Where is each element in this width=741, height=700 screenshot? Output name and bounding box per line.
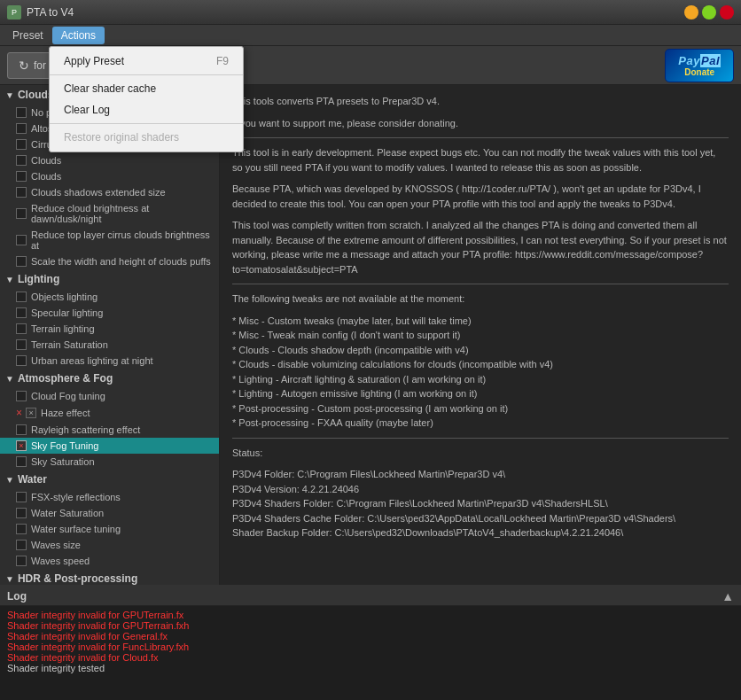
item-waves-speed-checkbox[interactable] xyxy=(16,556,27,566)
item-clouds-shadows[interactable]: Clouds shadows extended size xyxy=(0,184,219,200)
item-clouds2[interactable]: Clouds xyxy=(0,168,219,184)
item-clouds1[interactable]: Clouds xyxy=(0,152,219,168)
item-waves-size[interactable]: Waves size xyxy=(0,537,219,553)
clouds-arrow: ▼ xyxy=(5,90,14,100)
item-objects-lighting-checkbox[interactable] xyxy=(16,292,27,302)
category-water[interactable]: ▼ Water xyxy=(0,470,219,489)
item-sky-saturation-label: Sky Saturation xyxy=(31,456,95,467)
lighting-arrow: ▼ xyxy=(5,275,14,284)
item-fsx-reflections[interactable]: FSX-style reflections xyxy=(0,489,219,505)
status-item-1: P3Dv4 Version: 4.2.21.24046 xyxy=(232,482,729,497)
water-label: Water xyxy=(18,473,47,486)
category-lighting[interactable]: ▼ Lighting xyxy=(0,269,219,289)
item-clouds-shadows-label: Clouds shadows extended size xyxy=(31,187,166,198)
log-message-5: Shader integrity tested xyxy=(7,663,734,673)
refresh-icon: ↻ xyxy=(19,58,29,73)
item-specular[interactable]: Specular lighting xyxy=(0,305,219,321)
dropdown-item-restore-shaders[interactable]: Restore original shaders xyxy=(50,127,243,148)
item-cloud-fog-checkbox[interactable] xyxy=(16,391,27,401)
item-terrain-lighting[interactable]: Terrain lighting xyxy=(0,321,219,337)
lighting-label: Lighting xyxy=(18,273,59,285)
item-reduce-dawn[interactable]: Reduce cloud brightness at dawn/dusk/nig… xyxy=(0,200,219,227)
item-objects-lighting-label: Objects lighting xyxy=(31,292,98,302)
app-icon: P xyxy=(7,5,21,19)
item-terrain-saturation-checkbox[interactable] xyxy=(16,339,27,350)
item-sky-fog[interactable]: × Sky Fog Tuning xyxy=(0,438,219,454)
item-reduce-dawn-label: Reduce cloud brightness at dawn/dusk/nig… xyxy=(31,203,214,224)
atmosphere-arrow: ▼ xyxy=(5,374,14,384)
unavailable-item-5: * Lighting - Autogen emissive lighting (… xyxy=(232,386,729,401)
item-clouds1-checkbox[interactable] xyxy=(16,155,27,166)
item-objects-lighting[interactable]: Objects lighting xyxy=(0,289,219,305)
dropdown-item-apply-preset[interactable]: Apply Preset F9 xyxy=(50,51,243,72)
item-water-saturation-checkbox[interactable] xyxy=(16,508,27,518)
log-header: Log ▲ xyxy=(0,587,741,606)
item-cloud-fog[interactable]: Cloud Fog tuning xyxy=(0,388,219,404)
separator-2 xyxy=(232,284,729,284)
dropdown-item-clear-cache[interactable]: Clear shader cache xyxy=(50,78,243,99)
item-haze[interactable]: × Haze effect xyxy=(0,404,219,422)
category-atmosphere[interactable]: ▼ Atmosphere & Fog xyxy=(0,369,219,388)
item-fsx-reflections-checkbox[interactable] xyxy=(16,492,27,502)
item-clouds2-checkbox[interactable] xyxy=(16,171,27,182)
item-water-surface-checkbox[interactable] xyxy=(16,524,27,534)
item-water-saturation-label: Water Saturation xyxy=(31,508,104,518)
unavailable-title: The following tweaks are not available a… xyxy=(232,292,729,307)
unavailable-item-1: * Misc - Tweak main config (I don't want… xyxy=(232,328,729,343)
item-specular-checkbox[interactable] xyxy=(16,307,27,318)
log-message-3: Shader integrity invalid for FuncLibrary… xyxy=(7,642,734,652)
minimize-button[interactable] xyxy=(684,5,698,19)
item-altostratus-checkbox[interactable] xyxy=(16,123,27,134)
unavailable-item-2: * Clouds - Clouds shadow depth (incompat… xyxy=(232,343,729,358)
item-no-preset-checkbox[interactable] xyxy=(16,107,27,118)
unavailable-item-6: * Post-processing - Custom post-processi… xyxy=(232,401,729,416)
item-rayleigh-checkbox[interactable] xyxy=(16,424,27,435)
item-reduce-cirrus[interactable]: Reduce top layer cirrus clouds brightnes… xyxy=(0,227,219,253)
maximize-button[interactable] xyxy=(702,5,716,19)
category-hdr[interactable]: ▼ HDR & Post-processing xyxy=(0,569,219,585)
main-content: ▼ Clouds No preset Altostratus Cirrus Cl… xyxy=(0,85,741,585)
item-sky-saturation[interactable]: Sky Saturation xyxy=(0,454,219,470)
item-scale-width-checkbox[interactable] xyxy=(16,256,27,267)
item-water-surface[interactable]: Water surface tuning xyxy=(0,521,219,537)
item-terrain-saturation[interactable]: Terrain Saturation xyxy=(0,337,219,353)
item-waves-speed-label: Waves speed xyxy=(31,556,90,566)
log-message-0: Shader integrity invalid for GPUTerrain.… xyxy=(7,610,734,620)
support-text: If you want to support me, please consid… xyxy=(232,116,729,131)
log-panel: Log ▲ Shader integrity invalid for GPUTe… xyxy=(0,585,741,700)
dropdown-item-clear-log[interactable]: Clear Log xyxy=(50,99,243,121)
title-bar: P PTA to V4 xyxy=(0,0,741,25)
menu-item-preset[interactable]: Preset xyxy=(4,27,52,44)
menu-item-actions[interactable]: Actions xyxy=(52,27,105,44)
item-reduce-cirrus-checkbox[interactable] xyxy=(16,235,27,245)
item-urban-areas[interactable]: Urban areas lighting at night xyxy=(0,353,219,369)
item-rayleigh[interactable]: Rayleigh scattering effect xyxy=(0,422,219,438)
log-collapse-button[interactable]: ▲ xyxy=(722,589,734,603)
item-reduce-dawn-checkbox[interactable] xyxy=(16,208,27,219)
paypal-donate-button[interactable]: PayPal Donate xyxy=(665,49,734,82)
item-cirrus-checkbox[interactable] xyxy=(16,139,27,150)
item-sky-saturation-checkbox[interactable] xyxy=(16,456,27,467)
status-item-0: P3Dv4 Folder: C:\Program Files\Lockheed … xyxy=(232,467,729,482)
unavailable-item-3: * Clouds - disable volumizing calculatio… xyxy=(232,357,729,372)
item-terrain-lighting-checkbox[interactable] xyxy=(16,323,27,334)
left-panel[interactable]: ▼ Clouds No preset Altostratus Cirrus Cl… xyxy=(0,85,220,585)
unavailable-item-0: * Misc - Custom tweaks (maybe later, but… xyxy=(232,314,729,329)
close-button[interactable] xyxy=(720,5,734,19)
item-waves-size-checkbox[interactable] xyxy=(16,540,27,550)
item-haze-checkbox[interactable]: × xyxy=(26,408,36,418)
unavailable-item-7: * Post-processing - FXAA quality (maybe … xyxy=(232,416,729,431)
menu-bar: Preset Actions Apply Preset F9 Clear sha… xyxy=(0,25,741,46)
status-item-4: Shader Backup Folder: C:\Users\ped32\Dow… xyxy=(232,525,729,541)
dropdown-menu: Apply Preset F9 Clear shader cache Clear… xyxy=(49,46,244,152)
item-clouds-shadows-checkbox[interactable] xyxy=(16,187,27,198)
restore-shaders-label: Restore original shaders xyxy=(64,131,179,144)
item-water-saturation[interactable]: Water Saturation xyxy=(0,505,219,521)
log-message-4: Shader integrity invalid for Cloud.fx xyxy=(7,652,734,663)
paypal-donate-text: Donate xyxy=(678,67,721,77)
item-urban-areas-checkbox[interactable] xyxy=(16,355,27,366)
item-scale-width[interactable]: Scale the width and height of clouds puf… xyxy=(0,253,219,269)
item-sky-fog-checkbox[interactable]: × xyxy=(16,440,27,451)
item-waves-speed[interactable]: Waves speed xyxy=(0,553,219,569)
item-rayleigh-label: Rayleigh scattering effect xyxy=(31,424,140,435)
